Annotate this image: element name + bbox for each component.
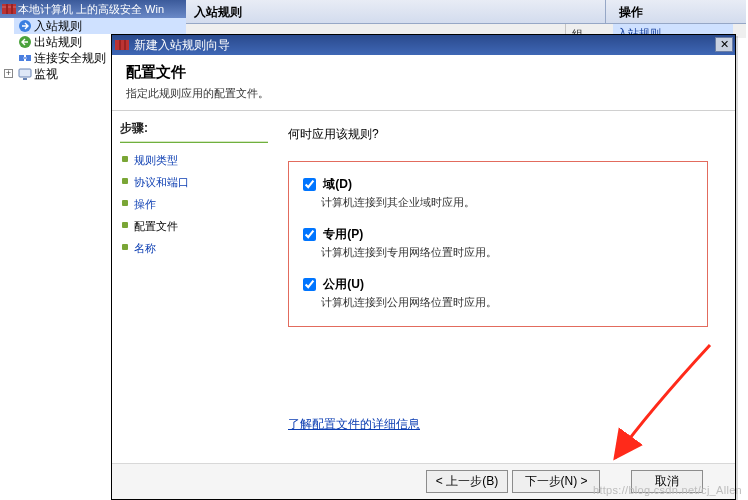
watermark: https://blog.csdn.net/cj_Allen — [593, 484, 742, 496]
question-text: 何时应用该规则? — [288, 126, 717, 143]
checkbox-public[interactable]: 公用(U) — [303, 277, 364, 291]
checkbox-domain-input[interactable] — [303, 178, 316, 191]
options-group: 域(D) 计算机连接到其企业域时应用。 专用(P) 计算机连接到专用网络位置时应… — [288, 161, 708, 327]
back-button[interactable]: < 上一步(B) — [426, 470, 508, 493]
public-desc: 计算机连接到公用网络位置时应用。 — [321, 295, 693, 310]
inbound-icon — [18, 19, 32, 33]
steps-title: 步骤: — [120, 120, 274, 137]
firewall-icon — [115, 38, 129, 52]
close-button[interactable]: ✕ — [715, 37, 733, 52]
svg-rect-9 — [19, 69, 31, 77]
firewall-icon — [2, 2, 16, 16]
console-title: 本地计算机 上的高级安全 Win — [0, 0, 186, 18]
wizard-steps: 步骤: 规则类型 协议和端口 操作 配置文件 名称 — [112, 112, 274, 463]
tree-inbound-rules[interactable]: 入站规则 — [14, 18, 186, 34]
step-profile[interactable]: 配置文件 — [120, 215, 274, 237]
checkbox-private[interactable]: 专用(P) — [303, 227, 363, 241]
steps-divider — [120, 141, 268, 143]
domain-desc: 计算机连接到其企业域时应用。 — [321, 195, 693, 210]
step-action[interactable]: 操作 — [120, 193, 274, 215]
checkbox-domain[interactable]: 域(D) — [303, 177, 352, 191]
close-icon: ✕ — [720, 38, 729, 50]
next-button[interactable]: 下一步(N) > — [512, 470, 600, 493]
step-name[interactable]: 名称 — [120, 237, 274, 259]
svg-rect-11 — [115, 40, 129, 50]
svg-rect-13 — [124, 40, 126, 50]
option-domain: 域(D) 计算机连接到其企业域时应用。 — [303, 174, 693, 210]
wizard-main: 何时应用该规则? 域(D) 计算机连接到其企业域时应用。 专用(P) 计算机连接… — [274, 112, 735, 463]
option-private: 专用(P) 计算机连接到专用网络位置时应用。 — [303, 224, 693, 260]
private-desc: 计算机连接到专用网络位置时应用。 — [321, 245, 693, 260]
console-header-bar: 入站规则 操作 — [186, 0, 746, 24]
step-protocol-ports[interactable]: 协议和端口 — [120, 171, 274, 193]
wizard-header: 配置文件 指定此规则应用的配置文件。 — [112, 55, 735, 111]
expand-icon[interactable]: + — [4, 69, 13, 78]
svg-rect-0 — [2, 4, 16, 14]
connection-icon — [18, 51, 32, 65]
svg-rect-8 — [23, 57, 27, 59]
wizard-titlebar: 新建入站规则向导 ✕ — [112, 35, 735, 55]
svg-rect-2 — [6, 4, 8, 14]
wizard-dialog: 新建入站规则向导 ✕ 配置文件 指定此规则应用的配置文件。 步骤: 规则类型 协… — [111, 34, 736, 500]
outbound-icon — [18, 35, 32, 49]
svg-rect-3 — [11, 4, 13, 14]
svg-rect-12 — [119, 40, 121, 50]
monitor-icon — [18, 67, 32, 81]
panel-title-actions: 操作 — [611, 0, 748, 24]
wizard-subheading: 指定此规则应用的配置文件。 — [126, 86, 721, 101]
svg-rect-10 — [23, 78, 27, 80]
wizard-heading: 配置文件 — [126, 63, 721, 82]
panel-title-inbound: 入站规则 — [186, 0, 606, 24]
option-public: 公用(U) 计算机连接到公用网络位置时应用。 — [303, 274, 693, 310]
checkbox-public-input[interactable] — [303, 278, 316, 291]
step-rule-type[interactable]: 规则类型 — [120, 149, 274, 171]
learn-more-link[interactable]: 了解配置文件的详细信息 — [288, 416, 420, 433]
svg-rect-1 — [2, 6, 16, 8]
checkbox-private-input[interactable] — [303, 228, 316, 241]
